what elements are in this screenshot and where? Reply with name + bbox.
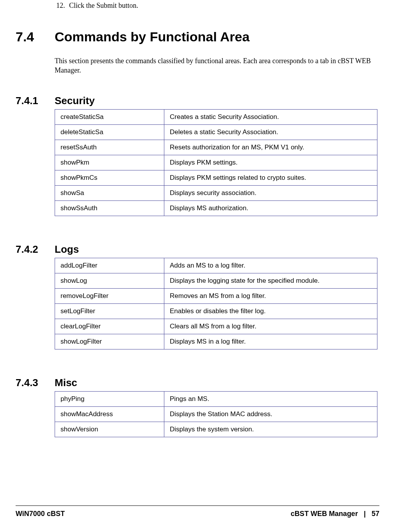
table-row: createStaticSaCreates a static Security … bbox=[55, 109, 377, 124]
command-description: Clears all MS from a log filter. bbox=[164, 319, 377, 334]
page-footer: WiN7000 cBST cBST WEB Manager | 57 bbox=[16, 505, 379, 518]
footer-page-number: 57 bbox=[372, 510, 379, 518]
subsection: 7.4.1SecuritycreateStaticSaCreates a sta… bbox=[16, 95, 379, 216]
command-name: removeLogFilter bbox=[55, 288, 164, 303]
page-content: 12. Click the Submit button. 7.4 Command… bbox=[16, 0, 379, 437]
command-name: showVersion bbox=[55, 422, 164, 437]
table-row: setLogFilterEnables or disables the filt… bbox=[55, 303, 377, 319]
table-row: showLogDisplays the logging state for th… bbox=[55, 273, 377, 288]
subsection: 7.4.3MiscphyPingPings an MS.showMacAddre… bbox=[16, 377, 379, 437]
table-row: showPkmDisplays PKM settings. bbox=[55, 155, 377, 170]
table-row: phyPingPings an MS. bbox=[55, 391, 377, 406]
numbered-step: 12. Click the Submit button. bbox=[56, 2, 379, 10]
section-title: Commands by Functional Area bbox=[55, 29, 249, 44]
command-description: Displays security association. bbox=[164, 185, 377, 200]
subsection-title: Security bbox=[55, 95, 95, 107]
command-name: deleteStaticSa bbox=[55, 124, 164, 140]
subsection-heading: 7.4.2Logs bbox=[16, 243, 379, 255]
command-description: Enables or disables the filter log. bbox=[164, 303, 377, 319]
footer-separator: | bbox=[364, 510, 366, 518]
subsection: 7.4.2LogsaddLogFilterAdds an MS to a log… bbox=[16, 243, 379, 349]
table-row: resetSsAuthResets authorization for an M… bbox=[55, 140, 377, 155]
section-heading: 7.4 Commands by Functional Area bbox=[16, 29, 379, 44]
command-table: addLogFilterAdds an MS to a log filter.s… bbox=[55, 258, 377, 349]
subsection-number: 7.4.1 bbox=[16, 95, 55, 107]
footer-manager-label: cBST WEB Manager bbox=[291, 510, 358, 518]
command-description: Adds an MS to a log filter. bbox=[164, 258, 377, 273]
command-description: Removes an MS from a log filter. bbox=[164, 288, 377, 303]
command-description: Displays MS in a log filter. bbox=[164, 334, 377, 349]
footer-right: cBST WEB Manager | 57 bbox=[291, 510, 379, 518]
step-text: Click the Submit button. bbox=[69, 2, 138, 9]
subsection-heading: 7.4.1Security bbox=[16, 95, 379, 107]
section-intro: This section presents the commands class… bbox=[55, 56, 375, 75]
command-name: showLog bbox=[55, 273, 164, 288]
command-name: showLogFilter bbox=[55, 334, 164, 349]
command-table: phyPingPings an MS.showMacAddressDisplay… bbox=[55, 391, 377, 437]
command-description: Deletes a static Security Association. bbox=[164, 124, 377, 140]
table-row: showSsAuthDisplays MS authorization. bbox=[55, 200, 377, 216]
table-row: deleteStaticSaDeletes a static Security … bbox=[55, 124, 377, 140]
table-row: addLogFilterAdds an MS to a log filter. bbox=[55, 258, 377, 273]
table-row: showPkmCsDisplays PKM settings related t… bbox=[55, 170, 377, 185]
command-name: resetSsAuth bbox=[55, 140, 164, 155]
subsection-number: 7.4.2 bbox=[16, 243, 55, 255]
command-description: Resets authorization for an MS, PKM V1 o… bbox=[164, 140, 377, 155]
subsection-number: 7.4.3 bbox=[16, 377, 55, 389]
command-name: clearLogFilter bbox=[55, 319, 164, 334]
command-description: Displays PKM settings. bbox=[164, 155, 377, 170]
command-table: createStaticSaCreates a static Security … bbox=[55, 109, 377, 216]
command-name: showPkmCs bbox=[55, 170, 164, 185]
command-description: Pings an MS. bbox=[164, 391, 377, 406]
command-description: Creates a static Security Association. bbox=[164, 109, 377, 124]
table-row: showSaDisplays security association. bbox=[55, 185, 377, 200]
command-name: showPkm bbox=[55, 155, 164, 170]
table-row: clearLogFilterClears all MS from a log f… bbox=[55, 319, 377, 334]
command-name: createStaticSa bbox=[55, 109, 164, 124]
subsection-title: Logs bbox=[55, 243, 79, 255]
command-name: phyPing bbox=[55, 391, 164, 406]
command-description: Displays MS authorization. bbox=[164, 200, 377, 216]
table-row: showVersionDisplays the system version. bbox=[55, 422, 377, 437]
subsection-title: Misc bbox=[55, 377, 77, 389]
table-row: showLogFilterDisplays MS in a log filter… bbox=[55, 334, 377, 349]
footer-left: WiN7000 cBST bbox=[16, 510, 65, 518]
command-name: showSsAuth bbox=[55, 200, 164, 216]
command-description: Displays the Station MAC address. bbox=[164, 406, 377, 422]
step-number: 12. bbox=[56, 2, 65, 9]
command-description: Displays the system version. bbox=[164, 422, 377, 437]
table-row: showMacAddressDisplays the Station MAC a… bbox=[55, 406, 377, 422]
table-row: removeLogFilterRemoves an MS from a log … bbox=[55, 288, 377, 303]
command-name: addLogFilter bbox=[55, 258, 164, 273]
subsection-heading: 7.4.3Misc bbox=[16, 377, 379, 389]
command-name: setLogFilter bbox=[55, 303, 164, 319]
command-description: Displays PKM settings related to crypto … bbox=[164, 170, 377, 185]
command-name: showMacAddress bbox=[55, 406, 164, 422]
command-name: showSa bbox=[55, 185, 164, 200]
section-number: 7.4 bbox=[16, 29, 55, 44]
command-description: Displays the logging state for the speci… bbox=[164, 273, 377, 288]
